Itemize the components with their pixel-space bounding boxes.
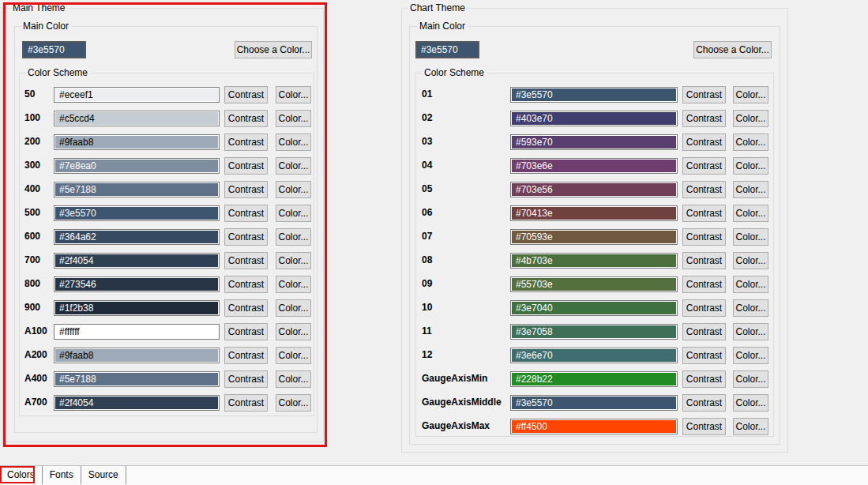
color-value-field[interactable] [510,371,678,387]
color-picker-button[interactable]: Color... [276,299,311,317]
color-picker-button[interactable]: Color... [276,347,311,364]
color-value-field[interactable] [54,158,220,174]
color-value-field[interactable] [510,276,678,292]
color-picker-button[interactable]: Color... [276,228,311,246]
color-picker-button[interactable]: Color... [276,323,311,340]
color-value-field[interactable] [510,300,678,316]
contrast-button[interactable]: Contrast [224,370,268,388]
color-scheme-row: 06ContrastColor... [416,205,773,222]
contrast-button[interactable]: Contrast [224,133,268,151]
contrast-button[interactable]: Contrast [682,110,726,127]
color-picker-button[interactable]: Color... [276,205,311,222]
color-picker-button[interactable]: Color... [733,323,768,340]
color-picker-button[interactable]: Color... [276,252,311,269]
contrast-button[interactable]: Contrast [682,276,726,293]
contrast-button[interactable]: Contrast [224,347,268,364]
color-picker-button[interactable]: Color... [733,110,768,127]
color-value-field[interactable] [54,87,220,103]
color-picker-button[interactable]: Color... [276,133,311,151]
contrast-button[interactable]: Contrast [224,252,268,269]
contrast-button[interactable]: Contrast [682,370,726,388]
color-picker-button[interactable]: Color... [276,394,311,412]
contrast-button[interactable]: Contrast [224,86,268,103]
contrast-button[interactable]: Contrast [224,110,268,127]
color-value-field[interactable] [510,182,678,197]
color-picker-button[interactable]: Color... [733,394,768,412]
color-scheme-row: 09ContrastColor... [416,276,773,293]
color-value-field[interactable] [510,419,678,434]
color-scheme-row: A200ContrastColor... [20,347,314,364]
color-value-field[interactable] [510,134,678,150]
contrast-button[interactable]: Contrast [224,157,268,175]
contrast-button[interactable]: Contrast [682,133,726,151]
contrast-button[interactable]: Contrast [224,299,268,317]
color-value-field[interactable] [54,276,220,292]
color-value-field[interactable] [54,324,220,340]
color-scheme-row: 11ContrastColor... [416,323,773,340]
color-picker-button[interactable]: Color... [276,110,311,127]
contrast-button[interactable]: Contrast [224,323,268,340]
contrast-button[interactable]: Contrast [682,86,726,103]
color-picker-button[interactable]: Color... [733,299,768,317]
color-picker-button[interactable]: Color... [733,418,768,435]
contrast-button[interactable]: Contrast [682,418,726,435]
color-value-field[interactable] [54,371,220,387]
contrast-button[interactable]: Contrast [224,205,268,222]
color-picker-button[interactable]: Color... [276,276,311,293]
contrast-button[interactable]: Contrast [682,394,726,412]
color-value-field[interactable] [54,229,220,245]
color-value-field[interactable] [54,348,220,363]
choose-color-button[interactable]: Choose a Color... [693,41,772,58]
color-value-field[interactable] [510,348,678,363]
color-value-field[interactable] [54,253,220,269]
color-value-field[interactable] [54,395,220,411]
color-picker-button[interactable]: Color... [733,276,768,293]
contrast-button[interactable]: Contrast [224,394,268,412]
tab-colors[interactable]: Colors [0,466,43,484]
contrast-button[interactable]: Contrast [682,157,726,175]
color-scheme-row-label: 10 [422,302,509,313]
color-picker-button[interactable]: Color... [276,181,311,198]
color-picker-button[interactable]: Color... [276,157,311,175]
color-value-field[interactable] [54,134,220,150]
color-value-field[interactable] [510,253,678,269]
color-picker-button[interactable]: Color... [733,205,768,222]
main-color-value-field[interactable] [22,41,86,58]
color-picker-button[interactable]: Color... [276,370,311,388]
contrast-button[interactable]: Contrast [682,299,726,317]
main-color-value-field[interactable] [415,41,479,58]
contrast-button[interactable]: Contrast [682,228,726,246]
color-value-field[interactable] [510,324,678,340]
color-value-field[interactable] [510,395,678,411]
color-picker-button[interactable]: Color... [733,370,768,388]
color-value-field[interactable] [54,111,220,126]
color-picker-button[interactable]: Color... [733,252,768,269]
contrast-button[interactable]: Contrast [682,205,726,222]
color-value-field[interactable] [54,300,220,316]
color-value-field[interactable] [510,87,678,103]
color-picker-button[interactable]: Color... [733,181,768,198]
tab-source[interactable]: Source [81,466,126,484]
contrast-button[interactable]: Contrast [224,181,268,198]
contrast-button[interactable]: Contrast [682,347,726,364]
contrast-button[interactable]: Contrast [682,252,726,269]
color-scheme-row: A400ContrastColor... [20,370,314,388]
contrast-button[interactable]: Contrast [224,276,268,293]
color-picker-button[interactable]: Color... [733,228,768,246]
color-value-field[interactable] [510,158,678,174]
contrast-button[interactable]: Contrast [682,323,726,340]
color-value-field[interactable] [510,111,678,126]
color-picker-button[interactable]: Color... [733,133,768,151]
color-value-field[interactable] [510,205,678,221]
color-picker-button[interactable]: Color... [733,157,768,175]
color-picker-button[interactable]: Color... [276,86,311,103]
contrast-button[interactable]: Contrast [224,228,268,246]
choose-color-button[interactable]: Choose a Color... [235,41,312,58]
color-value-field[interactable] [510,229,678,245]
color-value-field[interactable] [54,205,220,221]
tab-fonts[interactable]: Fonts [43,466,81,484]
contrast-button[interactable]: Contrast [682,181,726,198]
color-value-field[interactable] [54,182,220,197]
color-picker-button[interactable]: Color... [733,86,768,103]
color-picker-button[interactable]: Color... [733,347,768,364]
